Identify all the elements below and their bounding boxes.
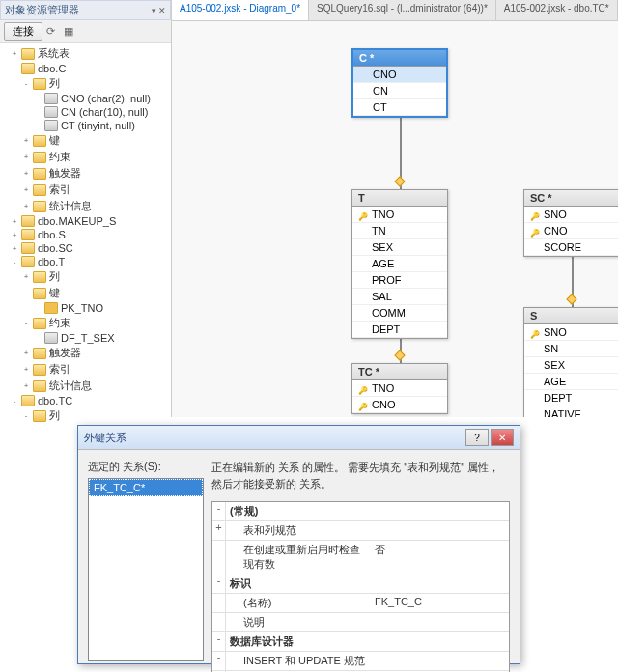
table-column[interactable]: COMM xyxy=(352,305,447,322)
tree-item[interactable]: -dbo.T xyxy=(10,255,169,268)
tree-toggle[interactable] xyxy=(33,94,42,103)
tree-toggle[interactable]: - xyxy=(21,319,31,328)
tree-toggle[interactable]: + xyxy=(21,381,31,391)
property-value[interactable]: FK_TC_C xyxy=(371,594,509,612)
diagram-canvas[interactable]: C *CNOCNCTTTNOTNSEXAGEPROFSALCOMMDEPTTC … xyxy=(172,21,618,417)
tree-toggle[interactable] xyxy=(33,121,42,130)
table-column[interactable]: CNO xyxy=(524,223,618,239)
relation-item[interactable]: FK_TC_C* xyxy=(89,479,203,496)
close-icon[interactable]: ✕ xyxy=(158,6,166,15)
tree-item[interactable]: +dbo.SC xyxy=(10,241,169,255)
table-column[interactable]: TNO xyxy=(352,207,447,223)
tree-item[interactable]: +索引 xyxy=(21,182,169,198)
tree-item[interactable]: CNO (char(2), null) xyxy=(33,92,169,105)
property-toggle[interactable]: - xyxy=(212,632,226,651)
tree-item[interactable]: PK_TNO xyxy=(33,301,169,315)
table-column[interactable]: TN xyxy=(352,223,447,239)
connect-button[interactable]: 连接 xyxy=(4,22,42,41)
tree-toggle[interactable]: - xyxy=(10,396,19,406)
table-column[interactable]: PROF xyxy=(352,272,447,289)
tree-item[interactable]: +dbo.S xyxy=(10,228,169,241)
property-toggle[interactable]: - xyxy=(212,574,226,593)
tree-item[interactable]: -列 xyxy=(21,407,169,422)
property-row[interactable]: -(常规) xyxy=(212,502,509,521)
tree-item[interactable]: DF_T_SEX xyxy=(33,331,169,345)
property-row[interactable]: 说明 xyxy=(212,613,509,632)
property-value[interactable]: 否 xyxy=(371,541,509,574)
tree-item[interactable]: +键 xyxy=(21,132,169,149)
property-toggle[interactable] xyxy=(212,594,226,612)
tree-toggle[interactable]: + xyxy=(21,136,31,146)
table-column[interactable]: TNO xyxy=(352,380,447,397)
tree-item[interactable]: +触发器 xyxy=(21,345,169,361)
tree-toggle[interactable]: - xyxy=(10,64,19,73)
close-button[interactable]: ✕ xyxy=(491,429,514,446)
table-T[interactable]: TTNOTNSEXAGEPROFSALCOMMDEPT xyxy=(351,189,448,339)
tree-item[interactable]: -列 xyxy=(21,75,169,92)
property-row[interactable]: -INSERT 和 UPDATE 规范 xyxy=(212,652,509,671)
table-header[interactable]: TC * xyxy=(352,364,447,380)
tree-item[interactable]: +触发器 xyxy=(21,165,169,182)
property-value[interactable] xyxy=(371,521,509,540)
tree-toggle[interactable]: + xyxy=(21,349,31,358)
property-toggle[interactable] xyxy=(212,541,226,574)
tree-toggle[interactable]: - xyxy=(21,411,31,421)
tree-toggle[interactable]: + xyxy=(10,216,19,226)
property-toggle[interactable]: - xyxy=(212,652,226,670)
table-column[interactable]: CNO xyxy=(353,67,446,83)
table-header[interactable]: SC * xyxy=(524,190,618,207)
tree-item[interactable]: +列 xyxy=(21,268,169,285)
tree-item[interactable]: +统计信息 xyxy=(21,198,169,214)
property-row[interactable]: 在创建或重新启用时检查现有数否 xyxy=(212,541,509,574)
tree-toggle[interactable]: - xyxy=(10,257,19,266)
property-value[interactable] xyxy=(371,574,509,593)
property-row[interactable]: +表和列规范 xyxy=(212,521,509,541)
table-column[interactable]: NATIVE xyxy=(524,406,618,417)
property-value[interactable] xyxy=(371,502,509,520)
filter-icon[interactable]: ▦ xyxy=(64,25,77,39)
relations-list[interactable]: FK_TC_C* xyxy=(88,478,204,661)
table-column[interactable]: SEX xyxy=(524,357,618,374)
help-button[interactable]: ? xyxy=(465,429,489,446)
table-column[interactable]: DEPT xyxy=(352,322,447,338)
property-toggle[interactable]: - xyxy=(212,502,226,520)
dialog-titlebar[interactable]: 外键关系 ? ✕ xyxy=(78,426,520,450)
table-header[interactable]: C * xyxy=(353,50,446,67)
tree-toggle[interactable]: + xyxy=(21,185,31,195)
document-tab[interactable]: A105-002.jxsk - Diagram_0* xyxy=(172,0,309,20)
tree-toggle[interactable]: + xyxy=(21,153,31,162)
tree-item[interactable]: +系统表 xyxy=(10,45,169,62)
property-value[interactable] xyxy=(371,632,509,651)
tree-item[interactable]: +约束 xyxy=(21,149,169,165)
tree-toggle[interactable]: + xyxy=(21,272,31,282)
property-grid[interactable]: -(常规)+表和列规范在创建或重新启用时检查现有数否-标识(名称)FK_TC_C… xyxy=(211,501,510,672)
object-tree[interactable]: +系统表-dbo.C-列CNO (char(2), null)CN (char(… xyxy=(0,43,171,422)
property-value[interactable] xyxy=(371,613,509,631)
property-toggle[interactable]: + xyxy=(212,521,226,540)
pin-icon[interactable]: ▾ xyxy=(152,6,156,15)
tree-item[interactable]: CN (char(10), null) xyxy=(33,105,169,119)
table-column[interactable]: AGE xyxy=(352,256,447,272)
tree-item[interactable]: +统计信息 xyxy=(21,378,169,394)
document-tab[interactable]: SQLQuery16.sql - (l...dministrator (64))… xyxy=(309,0,496,20)
table-column[interactable]: SEX xyxy=(352,239,447,256)
property-row[interactable]: (名称)FK_TC_C xyxy=(212,594,509,613)
document-tab[interactable]: A105-002.jxsk - dbo.TC* xyxy=(496,0,618,20)
tree-item[interactable]: -键 xyxy=(21,285,169,301)
refresh-icon[interactable]: ⟳ xyxy=(46,25,60,39)
table-column[interactable]: SNO xyxy=(524,324,618,341)
tree-toggle[interactable]: + xyxy=(21,202,31,211)
tree-toggle[interactable]: + xyxy=(21,169,31,179)
tree-toggle[interactable]: + xyxy=(10,243,19,253)
tree-item[interactable]: +dbo.MAKEUP_S xyxy=(10,214,169,228)
table-column[interactable]: DEPT xyxy=(524,390,618,406)
tree-toggle[interactable] xyxy=(33,333,42,343)
tree-item[interactable]: -约束 xyxy=(21,315,169,331)
table-column[interactable]: CT xyxy=(353,99,446,116)
tree-toggle[interactable]: + xyxy=(10,49,19,59)
table-column[interactable]: AGE xyxy=(524,374,618,390)
table-column[interactable]: CN xyxy=(353,83,446,99)
tree-toggle[interactable]: + xyxy=(10,230,19,239)
tree-toggle[interactable] xyxy=(33,107,42,117)
tree-item[interactable]: -dbo.TC xyxy=(10,394,169,407)
